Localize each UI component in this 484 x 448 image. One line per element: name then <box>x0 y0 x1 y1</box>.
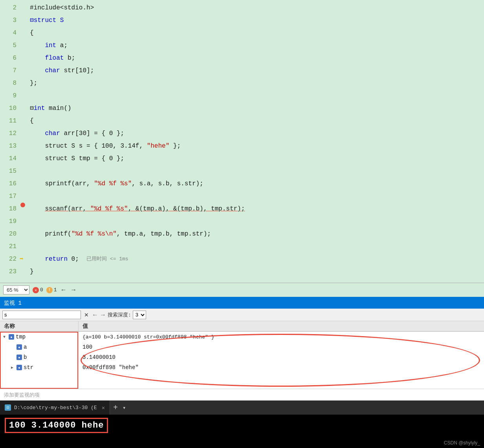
terminal-close-button[interactable]: ✕ <box>102 404 105 411</box>
value-str: 0x00fdf898 "hehe" <box>79 362 484 373</box>
b-object-icon: ◆ <box>16 355 22 360</box>
search-depth-select[interactable]: 3 1 2 4 5 <box>133 311 146 319</box>
line-num-16: 16 <box>3 177 16 190</box>
name-column-header: 名称 <box>0 321 79 331</box>
tree-item-str[interactable]: ▶ ◆ str <box>0 362 78 373</box>
breakpoint-marker <box>20 203 25 207</box>
zoom-select[interactable]: 65 % 75 % 100 % <box>3 285 29 294</box>
status-bar: 65 % 75 % 100 % ✕ 0 ! 1 ← → <box>0 283 484 297</box>
code-line-22: return 0; 已用时间 <= 1ms <box>30 253 484 265</box>
watch-title: 监视 1 <box>4 300 22 307</box>
prev-arrow[interactable]: ← <box>60 287 67 294</box>
line-num-8: 8 <box>3 77 16 90</box>
watch-add-label: 添加要监视的项 <box>4 391 40 399</box>
code-line-2: #include<stdio.h> <box>30 2 484 14</box>
gutter: ➡ <box>20 0 27 283</box>
terminal-tab-1[interactable]: ⊡ D:\code\try-my-best\3-30 (E ✕ <box>0 400 110 415</box>
value-b-text: 3.14000010 <box>82 354 116 360</box>
code-line-11: { <box>30 115 484 127</box>
line-num-2: 2 <box>3 2 16 14</box>
tree-item-b[interactable]: ◆ b <box>0 352 78 362</box>
watermark: CSDN @shylyly_ <box>444 440 480 446</box>
code-line-12: char arr[30] = { 0 }; <box>30 127 484 140</box>
a-object-icon: ◆ <box>16 344 22 350</box>
value-str-text: 0x00fdf898 "hehe" <box>82 364 139 371</box>
error-count: ✕ 0 <box>33 287 43 293</box>
watch-search-input[interactable] <box>2 311 81 319</box>
str-object-icon: ◆ <box>16 365 22 370</box>
code-line-16: sprintf(arr, "%d %f %s", s.a, s.b, s.str… <box>30 177 484 190</box>
value-tmp-text: {a=100 b=3.14000010 str=0x00fdf898 "hehe… <box>82 334 214 340</box>
watch-values-column: {a=100 b=3.14000010 str=0x00fdf898 "hehe… <box>79 332 484 389</box>
line-num-6: 6 <box>3 52 16 64</box>
tree-item-tmp[interactable]: ▼ ◆ tmp <box>0 332 78 342</box>
line-num-21: 21 <box>3 240 16 253</box>
value-column-header: 值 <box>79 321 484 331</box>
terminal-body: 100 3.140000 hehe CSDN @shylyly_ <box>0 415 484 448</box>
tree-item-a-label: a <box>24 344 27 350</box>
error-icon: ✕ <box>33 287 39 293</box>
line-num-12: 12 <box>3 127 16 140</box>
code-line-15 <box>30 165 484 177</box>
next-arrow[interactable]: → <box>70 287 77 294</box>
terminal-output: 100 3.140000 hehe <box>5 418 479 433</box>
terminal-dropdown-button[interactable]: ▾ <box>121 404 127 411</box>
line-num-13: 13 <box>3 140 16 152</box>
code-line-20: printf("%d %f %s\n", tmp.a, tmp.b, tmp.s… <box>30 228 484 240</box>
code-lines[interactable]: #include<stdio.h> ⊟struct S { int a; flo… <box>27 0 484 283</box>
code-line-10: ⊟int main() <box>30 102 484 115</box>
line-num-17: 17 <box>3 190 16 203</box>
line-num-15: 15 <box>3 165 16 177</box>
terminal-tab-label: D:\code\try-my-best\3-30 (E <box>14 405 97 411</box>
watch-table-body: ▼ ◆ tmp ◆ a ◆ b ▶ ◆ str <box>0 332 484 389</box>
line-num-22: 22 <box>3 253 16 265</box>
line-num-9: 9 <box>3 90 16 102</box>
code-line-6: float b; <box>30 52 484 64</box>
tree-item-a[interactable]: ◆ a <box>0 342 78 352</box>
code-line-21 <box>30 240 484 253</box>
line-num-19: 19 <box>3 215 16 228</box>
search-depth-label: 搜索深度: <box>108 311 131 318</box>
line-num-20: 20 <box>3 228 16 240</box>
expand-tmp-icon: ▼ <box>3 335 7 339</box>
line-num-18: 18 <box>3 203 16 215</box>
editor-area: 2 3 4 5 6 7 8 9 10 11 12 13 14 15 16 17 … <box>0 0 484 283</box>
tree-item-str-label: str <box>24 364 33 371</box>
watch-toolbar: ✕ ← → 搜索深度: 3 1 2 4 5 <box>0 309 484 321</box>
value-b: 3.14000010 <box>79 352 484 362</box>
value-tmp: {a=100 b=3.14000010 str=0x00fdf898 "hehe… <box>79 332 484 342</box>
code-line-23: } <box>30 265 484 278</box>
watch-panel: 监视 1 ✕ ← → 搜索深度: 3 1 2 4 5 名称 值 ▼ ◆ tmp <box>0 297 484 400</box>
watch-add-row[interactable]: 添加要监视的项 <box>0 389 484 400</box>
watch-panel-header: 监视 1 <box>0 298 484 309</box>
code-line-17 <box>30 190 484 203</box>
line-num-10: 10 <box>3 102 16 115</box>
code-line-14: struct S tmp = { 0 }; <box>30 152 484 165</box>
line-num-3: 3 <box>3 14 16 27</box>
tree-item-tmp-label: tmp <box>16 334 26 340</box>
line-numbers: 2 3 4 5 6 7 8 9 10 11 12 13 14 15 16 17 … <box>0 0 20 283</box>
terminal-output-text: 100 3.140000 hehe <box>5 418 108 433</box>
code-line-4: { <box>30 27 484 39</box>
watch-prev-button[interactable]: ← <box>92 311 98 318</box>
line-num-14: 14 <box>3 152 16 165</box>
code-line-13: struct S s = { 100, 3.14f, "hehe" }; <box>30 140 484 152</box>
warning-icon: ! <box>46 287 53 293</box>
code-line-18: sscanf(arr, "%d %f %s", &(tmp.a), &(tmp.… <box>30 203 484 215</box>
expand-str-icon: ▶ <box>11 365 15 370</box>
line-num-5: 5 <box>3 39 16 52</box>
watch-names-column: ▼ ◆ tmp ◆ a ◆ b ▶ ◆ str <box>0 332 79 389</box>
tmp-object-icon: ◆ <box>9 334 14 340</box>
line-num-4: 4 <box>3 27 16 39</box>
code-line-9 <box>30 90 484 102</box>
line-num-23: 23 <box>3 265 16 278</box>
code-line-19 <box>30 215 484 228</box>
watch-clear-button[interactable]: ✕ <box>82 312 90 318</box>
code-line-7: char str[10]; <box>30 64 484 77</box>
terminal-tabs: ⊡ D:\code\try-my-best\3-30 (E ✕ + ▾ <box>0 400 484 415</box>
value-a: 100 <box>79 342 484 352</box>
terminal-add-button[interactable]: + <box>110 403 121 412</box>
watch-next-button[interactable]: → <box>100 311 106 318</box>
warning-number: 1 <box>54 287 57 293</box>
code-line-5: int a; <box>30 39 484 52</box>
